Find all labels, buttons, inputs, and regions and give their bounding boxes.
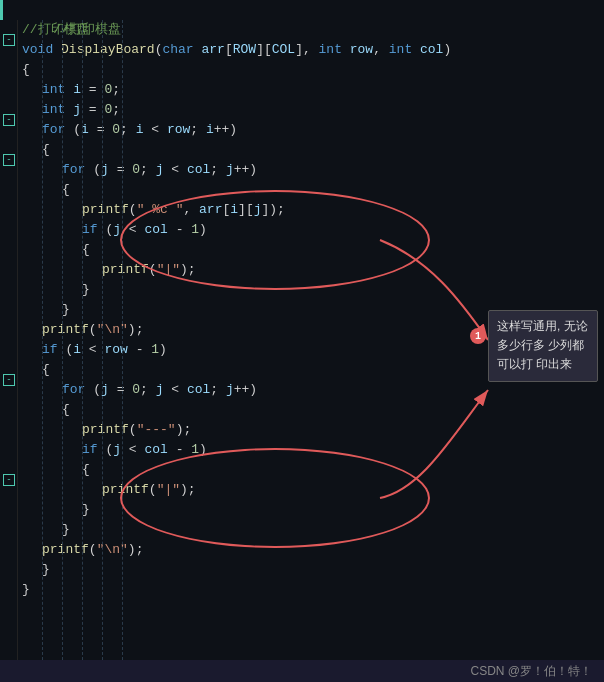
token-punc: { <box>62 402 70 417</box>
code-line: } <box>18 520 604 540</box>
token-num: 0 <box>112 122 120 137</box>
code-line: void DisplayBoard(char arr[ROW][COL], in… <box>18 40 604 60</box>
token-kw: for <box>62 382 85 397</box>
token-punc: { <box>42 142 50 157</box>
token-str: " %c " <box>137 202 184 217</box>
token-var: ROW <box>233 42 256 57</box>
token-plain <box>194 42 202 57</box>
token-plain: - <box>168 442 191 457</box>
code-line: printf("|"); <box>18 260 604 280</box>
bottom-bar: CSDN @罗！伯！特！ <box>0 660 604 682</box>
fold-mark[interactable]: - <box>3 114 15 126</box>
token-punc: ; <box>140 162 156 177</box>
token-punc: ( <box>149 482 157 497</box>
token-var: j <box>101 382 109 397</box>
code-line: } <box>18 580 604 600</box>
token-str: "\n" <box>97 322 128 337</box>
token-punc: ( <box>85 382 101 397</box>
token-punc: } <box>62 522 70 537</box>
token-plain: = <box>89 122 112 137</box>
token-punc: ; <box>120 122 136 137</box>
token-punc: ]); <box>262 202 285 217</box>
token-plain: = <box>81 102 104 117</box>
token-plain: < <box>81 342 104 357</box>
code-line: { <box>18 460 604 480</box>
token-num: 0 <box>132 162 140 177</box>
token-punc: { <box>62 182 70 197</box>
token-var: j <box>226 162 234 177</box>
token-punc: ++) <box>214 122 237 137</box>
token-punc: { <box>22 62 30 77</box>
token-var: i <box>73 342 81 357</box>
token-var: COL <box>272 42 295 57</box>
token-var: j <box>73 102 81 117</box>
token-num: 1 <box>191 222 199 237</box>
token-punc: ( <box>98 222 114 237</box>
token-punc: ][ <box>238 202 254 217</box>
token-punc: ( <box>58 342 74 357</box>
token-plain: < <box>121 222 144 237</box>
tooltip-box: 这样写通用, 无论多少行多 少列都可以打 印出来 <box>488 310 598 382</box>
token-var: row <box>167 122 190 137</box>
token-punc: , <box>373 42 389 57</box>
token-plain: < <box>121 442 144 457</box>
code-line: printf(" %c ", arr[i][j]); <box>18 200 604 220</box>
token-var: row <box>350 42 373 57</box>
token-punc: ( <box>129 202 137 217</box>
token-kw: for <box>42 122 65 137</box>
token-punc: ( <box>65 122 81 137</box>
token-fn: printf <box>102 262 149 277</box>
token-plain <box>412 42 420 57</box>
token-punc: } <box>82 282 90 297</box>
token-punc: ][ <box>256 42 272 57</box>
token-kw: if <box>42 342 58 357</box>
code-line: } <box>18 500 604 520</box>
token-var: i <box>73 82 81 97</box>
fold-mark[interactable]: - <box>3 374 15 386</box>
token-punc: ; <box>210 162 226 177</box>
token-var: j <box>226 382 234 397</box>
token-punc: ) <box>199 442 207 457</box>
fold-mark[interactable]: - <box>3 474 15 486</box>
token-punc: , <box>183 202 199 217</box>
token-punc: } <box>42 562 50 577</box>
code-line: if (j < col - 1) <box>18 220 604 240</box>
token-punc: } <box>22 582 30 597</box>
token-num: 1 <box>191 442 199 457</box>
fold-mark[interactable]: - <box>3 34 15 46</box>
token-str: "|" <box>157 482 180 497</box>
token-punc: { <box>82 462 90 477</box>
fold-mark[interactable]: - <box>3 154 15 166</box>
code-line: { <box>18 240 604 260</box>
fold-gutter: ----- <box>0 20 18 660</box>
token-punc: ) <box>443 42 451 57</box>
token-num: 1 <box>151 342 159 357</box>
token-plain <box>342 42 350 57</box>
token-var: j <box>254 202 262 217</box>
token-plain: < <box>143 122 166 137</box>
code-line: } <box>18 560 604 580</box>
token-kw: int <box>389 42 412 57</box>
token-str: "\n" <box>97 542 128 557</box>
token-var: col <box>187 382 210 397</box>
token-plain: < <box>163 162 186 177</box>
token-punc: ) <box>159 342 167 357</box>
token-plain: = <box>109 382 132 397</box>
token-punc: { <box>42 362 50 377</box>
code-line: if (j < col - 1) <box>18 440 604 460</box>
token-str: "|" <box>157 262 180 277</box>
token-var: i <box>81 122 89 137</box>
token-punc: ); <box>128 322 144 337</box>
token-kw: if <box>82 442 98 457</box>
code-line: { <box>18 400 604 420</box>
annotation-badge: 1 <box>470 328 486 344</box>
token-var: i <box>230 202 238 217</box>
token-kw: for <box>62 162 85 177</box>
token-kw: char <box>162 42 193 57</box>
code-editor: ----- //打印棋盘 //打印棋盘void DisplayBoard(cha… <box>0 0 604 682</box>
token-kw: int <box>319 42 342 57</box>
token-punc: ); <box>176 422 192 437</box>
token-punc: [ <box>225 42 233 57</box>
token-punc: ) <box>199 222 207 237</box>
token-punc: { <box>82 242 90 257</box>
